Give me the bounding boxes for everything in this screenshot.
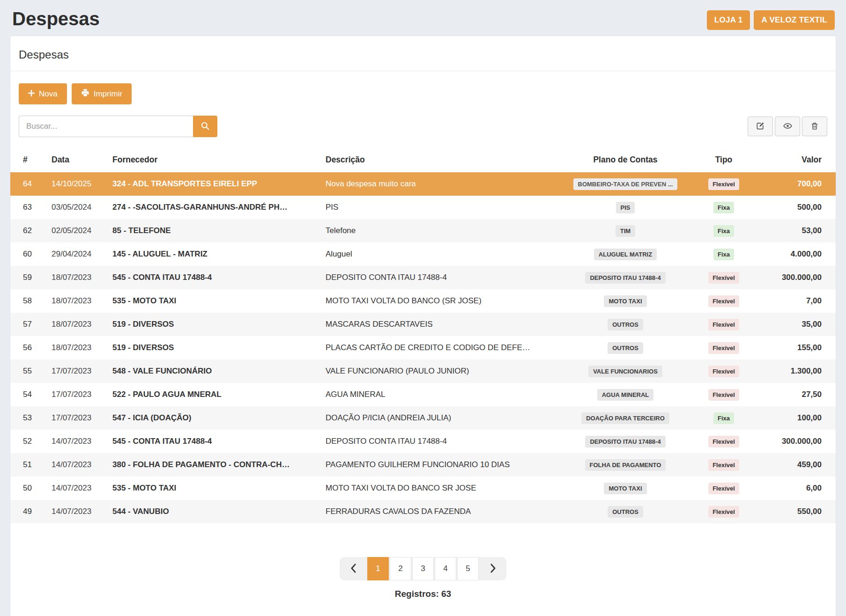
plan-badge: PIS [616, 202, 635, 213]
row-date: 29/04/2024 [47, 242, 108, 266]
search-input[interactable] [19, 116, 193, 137]
table-row[interactable]: 6029/04/2024145 - ALUGUEL - MATRIZAlugue… [10, 242, 836, 266]
row-value: 53,00 [754, 219, 836, 242]
search-group [19, 116, 217, 137]
eye-icon [783, 121, 793, 132]
row-supplier: 545 - CONTA ITAU 17488-4 [108, 266, 321, 289]
type-badge: Fixa [713, 249, 734, 260]
plan-badge: MOTO TAXI [604, 483, 646, 494]
plan-badge: BOMBEIRO-TAXA DE PREVEN ... [573, 178, 678, 190]
row-value: 155,00 [754, 336, 836, 359]
table-row[interactable]: 6303/05/2024274 - -SACOLITAS-GARANHUNS-A… [10, 196, 836, 219]
row-supplier: 535 - MOTO TAXI [108, 477, 321, 500]
row-id: 54 [10, 383, 47, 406]
row-date: 14/10/2025 [47, 172, 108, 196]
row-supplier: 519 - DIVERSOS [108, 336, 321, 359]
page-button-1[interactable]: 1 [367, 557, 389, 580]
row-value: 300.000,00 [754, 266, 836, 289]
type-badge: Flexível [708, 342, 739, 354]
col-header-data: Data [47, 150, 108, 172]
page-list: 12345 [367, 557, 479, 580]
col-header-tipo: Tipo [693, 150, 754, 172]
table-row[interactable]: 5014/07/2023535 - MOTO TAXIMOTO TAXI VOL… [10, 477, 836, 500]
row-value: 27,50 [754, 383, 836, 406]
row-supplier: 324 - ADL TRANSPORTES EIRELI EPP [108, 172, 321, 196]
trash-icon [810, 121, 819, 132]
type-badge: Flexível [708, 436, 739, 447]
row-description: PAGAMENTO GUILHERM FUNCIONARIO 10 DIAS [321, 453, 557, 477]
row-date: 14/07/2023 [47, 500, 108, 523]
type-badge: Flexível [708, 178, 739, 190]
table-row[interactable]: 5214/07/2023545 - CONTA ITAU 17488-4DEPO… [10, 430, 836, 453]
row-supplier: 522 - PAULO AGUA MNERAL [108, 383, 321, 406]
row-description: FERRADURAS CAVALOS DA FAZENDA [321, 500, 557, 523]
table-row[interactable]: 5114/07/2023380 - FOLHA DE PAGAMENTO - C… [10, 453, 836, 477]
page-button-4[interactable]: 4 [435, 557, 456, 580]
table-header-row: # Data Fornecedor Descrição Plano de Con… [10, 150, 836, 172]
type-badge: Flexível [708, 366, 739, 377]
row-value: 100,00 [754, 406, 836, 430]
row-description: PLACAS CARTÃO DE CREDITO E CODIGO DE DEF… [321, 336, 557, 359]
row-value: 1.300,00 [754, 359, 836, 383]
edit-button[interactable] [748, 117, 773, 136]
row-id: 58 [10, 289, 47, 313]
row-description: PIS [321, 196, 557, 219]
row-id: 64 [10, 172, 47, 196]
table-row[interactable]: 5618/07/2023519 - DIVERSOSPLACAS CARTÃO … [10, 336, 836, 359]
pagination-next-button[interactable] [479, 557, 506, 580]
table-row[interactable]: 5718/07/2023519 - DIVERSOSMASCARAS DESCA… [10, 313, 836, 336]
row-date: 18/07/2023 [47, 289, 108, 313]
chevron-left-icon [350, 564, 356, 574]
imprimir-button-label: Imprimir [94, 89, 122, 99]
type-badge: Fixa [713, 225, 734, 237]
plan-badge: TIM [616, 225, 635, 237]
table-row[interactable]: 5918/07/2023545 - CONTA ITAU 17488-4DEPO… [10, 266, 836, 289]
table-row[interactable]: 5417/07/2023522 - PAULO AGUA MNERALAGUA … [10, 383, 836, 406]
row-date: 18/07/2023 [47, 313, 108, 336]
row-id: 63 [10, 196, 47, 219]
pagination-prev-button[interactable] [340, 557, 367, 580]
search-button[interactable] [193, 116, 217, 137]
row-supplier: 544 - VANUBIO [108, 500, 321, 523]
page-title: Despesas [12, 7, 100, 30]
page-button-2[interactable]: 2 [390, 557, 411, 580]
row-description: MASCARAS DESCARTAVEIS [321, 313, 557, 336]
col-header-plano-de-contas: Plano de Contas [557, 150, 693, 172]
nova-button-label: Nova [39, 89, 58, 99]
plan-badge: OUTROS [608, 506, 643, 518]
plan-badge: DEPOSITO ITAU 17488-4 [585, 272, 665, 284]
nova-button[interactable]: Nova [19, 83, 67, 104]
row-value: 4.000,00 [754, 242, 836, 266]
table-row[interactable]: 5517/07/2023548 - VALE FUNCIONÁRIOVALE F… [10, 359, 836, 383]
row-id: 56 [10, 336, 47, 359]
page-button-5[interactable]: 5 [457, 557, 479, 580]
type-badge: Flexível [708, 389, 739, 401]
card-title: Despesas [19, 48, 827, 61]
view-button[interactable] [775, 117, 800, 136]
table-row[interactable]: 4914/07/2023544 - VANUBIOFERRADURAS CAVA… [10, 500, 836, 523]
store-buttons: LOJA 1 A VELOZ TEXTIL [707, 10, 835, 30]
page-button-3[interactable]: 3 [412, 557, 434, 580]
plan-badge: DOAÇÃO PARA TERCEIRO [581, 412, 669, 424]
row-description: DEPOSITO CONTA ITAU 17488-4 [321, 266, 557, 289]
plan-badge: FOLHA DE PAGAMENTO [585, 459, 666, 471]
table-row[interactable]: 5818/07/2023535 - MOTO TAXIMOTO TAXI VOL… [10, 289, 836, 313]
delete-button[interactable] [802, 117, 827, 136]
table-row[interactable]: 5317/07/2023547 - ICIA (DOAÇÃO)DOAÇÃO P/… [10, 406, 836, 430]
type-badge: Flexível [708, 483, 739, 494]
edit-icon [756, 121, 765, 132]
row-description: AGUA MINERAL [321, 383, 557, 406]
row-value: 700,00 [754, 172, 836, 196]
row-supplier: 274 - -SACOLITAS-GARANHUNS-ANDRÉ PH… [108, 196, 321, 219]
row-description: MOTO TAXI VOLTA DO BANCO (SR JOSE) [321, 289, 557, 313]
type-badge: Flexível [708, 506, 739, 518]
table-row[interactable]: 6202/05/202485 - TELEFONETelefoneTIMFixa… [10, 219, 836, 242]
store-button-loja-1[interactable]: LOJA 1 [707, 10, 750, 30]
row-description: Aluguel [321, 242, 557, 266]
row-date: 14/07/2023 [47, 477, 108, 500]
plan-badge: MOTO TAXI [604, 295, 646, 307]
table-row[interactable]: 6414/10/2025324 - ADL TRANSPORTES EIRELI… [10, 172, 836, 196]
imprimir-button[interactable]: Imprimir [72, 83, 132, 104]
store-button-a-veloz-textil[interactable]: A VELOZ TEXTIL [754, 10, 835, 30]
plan-badge: AGUA MINERAL [597, 389, 654, 401]
